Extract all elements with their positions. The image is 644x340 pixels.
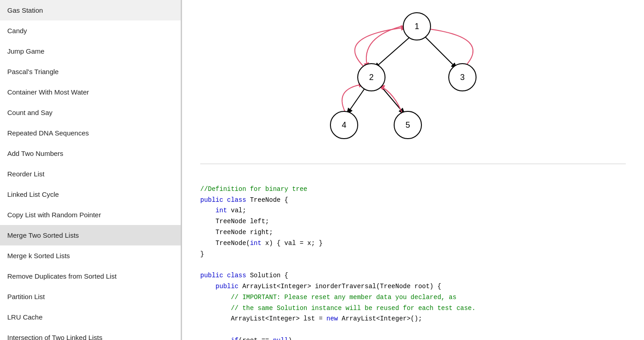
sidebar-item-partition-list[interactable]: Partition List <box>0 286 181 307</box>
sidebar-item-candy[interactable]: Candy <box>0 20 181 41</box>
sidebar-item-pascals-triangle[interactable]: Pascal's Triangle <box>0 61 181 82</box>
sidebar-item-add-two-numbers[interactable]: Add Two Numbers <box>0 143 181 164</box>
sidebar-item-container-most-water[interactable]: Container With Most Water <box>0 82 181 102</box>
svg-text:3: 3 <box>460 73 464 82</box>
code-block: //Definition for binary tree public clas… <box>200 173 626 340</box>
sidebar-item-reorder-list[interactable]: Reorder List <box>0 164 181 184</box>
sidebar-item-copy-list-random[interactable]: Copy List with Random Pointer <box>0 205 181 225</box>
sidebar-item-merge-k-sorted[interactable]: Merge k Sorted Lists <box>0 245 181 266</box>
sidebar-item-jump-game[interactable]: Jump Game <box>0 41 181 61</box>
sidebar-item-linked-list-cycle[interactable]: Linked List Cycle <box>0 184 181 205</box>
sidebar-item-lru-cache[interactable]: LRU Cache <box>0 307 181 327</box>
sidebar-item-gas-station[interactable]: Gas Station <box>0 0 181 20</box>
tree-diagram: 1 2 3 4 5 <box>200 9 626 155</box>
sidebar-item-repeated-dna[interactable]: Repeated DNA Sequences <box>0 123 181 143</box>
sidebar-item-count-and-say[interactable]: Count and Say <box>0 102 181 123</box>
sidebar-item-merge-two-sorted[interactable]: Merge Two Sorted Lists <box>0 225 181 245</box>
sidebar-item-intersection-linked[interactable]: Intersection of Two Linked Lists <box>0 327 181 340</box>
main-content: 1 2 3 4 5 //Definition for binary tree p… <box>182 0 644 340</box>
svg-text:2: 2 <box>369 73 373 82</box>
svg-text:5: 5 <box>405 120 410 130</box>
section-divider <box>200 164 626 164</box>
svg-text:4: 4 <box>341 120 346 130</box>
svg-text:1: 1 <box>414 22 419 31</box>
sidebar-item-remove-duplicates[interactable]: Remove Duplicates from Sorted List <box>0 266 181 286</box>
svg-line-1 <box>422 34 456 68</box>
svg-line-0 <box>375 34 413 68</box>
sidebar: Gas StationCandyJump GamePascal's Triang… <box>0 0 182 340</box>
